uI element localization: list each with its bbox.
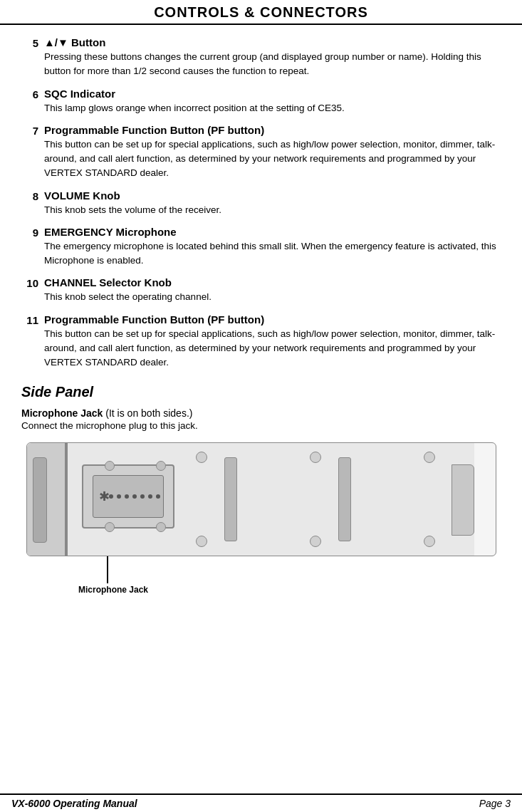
connector-star-symbol: ✱ [99,489,110,504]
item-5-desc: Pressing these buttons changes the curre… [44,50,501,79]
item-10: 10 CHANNEL Selector Knob This knob selec… [21,276,501,304]
item-7-title: Programmable Function Button (PF button) [44,124,501,136]
item-6-desc: This lamp glows orange when incorrect po… [44,101,501,115]
item-8: 8 VOLUME Knob This knob sets the volume … [21,189,501,217]
page-header: Controls & Connectors [0,0,522,25]
slot-2 [338,457,351,541]
item-11-body: Programmable Function Button (PF button)… [44,313,501,370]
item-11-title: Programmable Function Button (PF button) [44,313,501,326]
device-diagram: ✱ [26,442,496,556]
screw-bottom-left [105,522,115,532]
item-7-desc: This button can be set up for special ap… [44,137,501,181]
screw-top-left [105,461,115,471]
annotation-line [107,556,108,583]
annotation-wrapper: Microphone Jack [107,556,501,595]
item-7: 7 Programmable Function Button (PF butto… [21,124,501,181]
item-7-number: 7 [21,124,44,137]
side-panel-title: Side Panel [21,384,501,400]
item-9-desc: The emergency microphone is located behi… [44,239,501,269]
item-5: 5 ▲/▼ Button Pressing these buttons chan… [21,36,501,79]
item-5-body: ▲/▼ Button Pressing these buttons change… [44,36,501,79]
footer-page-number: Page 3 [479,798,511,809]
dot-6 [148,494,152,499]
item-6-body: SQC Indicator This lamp glows orange whe… [44,88,501,115]
body-screw-1 [196,452,207,463]
item-11: 11 Programmable Function Button (PF butt… [21,313,501,370]
mic-jack-desc: Connect the microphone plug to this jack… [21,420,501,431]
device-right-bump [451,464,474,536]
item-6-title: SQC Indicator [44,88,501,100]
item-10-number: 10 [21,276,44,289]
device-main-body: ✱ [66,443,474,556]
item-9-body: EMERGENCY Microphone The emergency micro… [44,226,501,269]
annotation-label: Microphone Jack [78,585,501,595]
side-panel-section: Side Panel Microphone Jack (It is on bot… [0,384,522,595]
dot-4 [132,494,137,499]
body-screw-3 [310,452,321,463]
item-11-desc: This button can be set up for special ap… [44,327,501,370]
page-footer: VX-6000 Operating Manual Page 3 [0,793,522,812]
mic-jack-note: (It is on both sides.) [105,407,192,419]
device-left-panel [27,443,66,556]
main-content: 5 ▲/▼ Button Pressing these buttons chan… [0,36,522,370]
connector-dot-grid [109,494,162,499]
body-screw-6 [424,536,435,547]
footer-manual-title: VX-6000 Operating Manual [11,798,137,809]
body-screw-4 [310,536,321,547]
dot-7 [156,494,160,499]
body-screw-2 [196,536,207,547]
item-10-body: CHANNEL Selector Knob This knob select t… [44,276,501,304]
slot-1 [224,457,237,541]
item-11-number: 11 [21,313,44,326]
dot-2 [117,494,121,499]
item-6: 6 SQC Indicator This lamp glows orange w… [21,88,501,115]
item-9-number: 9 [21,226,44,239]
connector-inner: ✱ [93,475,164,518]
mic-jack-label: Microphone Jack [21,407,103,419]
item-10-title: CHANNEL Selector Knob [44,276,501,288]
item-8-body: VOLUME Knob This knob sets the volume of… [44,189,501,217]
item-9-title: EMERGENCY Microphone [44,226,501,238]
device-diagram-container: ✱ [21,442,501,595]
item-8-title: VOLUME Knob [44,189,501,202]
item-6-number: 6 [21,88,44,100]
item-7-body: Programmable Function Button (PF button)… [44,124,501,181]
body-screw-5 [424,452,435,463]
item-9: 9 EMERGENCY Microphone The emergency mic… [21,226,501,269]
device-handle [33,457,47,543]
screw-bottom-right [156,522,166,532]
connector-block: ✱ [82,464,174,529]
item-5-title: ▲/▼ Button [44,36,501,48]
item-8-desc: This knob sets the volume of the receive… [44,203,501,217]
mic-jack-info: Microphone Jack (It is on both sides.) [21,407,501,419]
item-8-number: 8 [21,189,44,202]
screw-top-right [156,461,166,471]
item-10-desc: This knob select the operating channel. [44,290,501,304]
dot-5 [140,494,145,499]
dot-3 [125,494,129,499]
item-5-number: 5 [21,36,44,49]
page-title: Controls & Connectors [0,4,522,21]
